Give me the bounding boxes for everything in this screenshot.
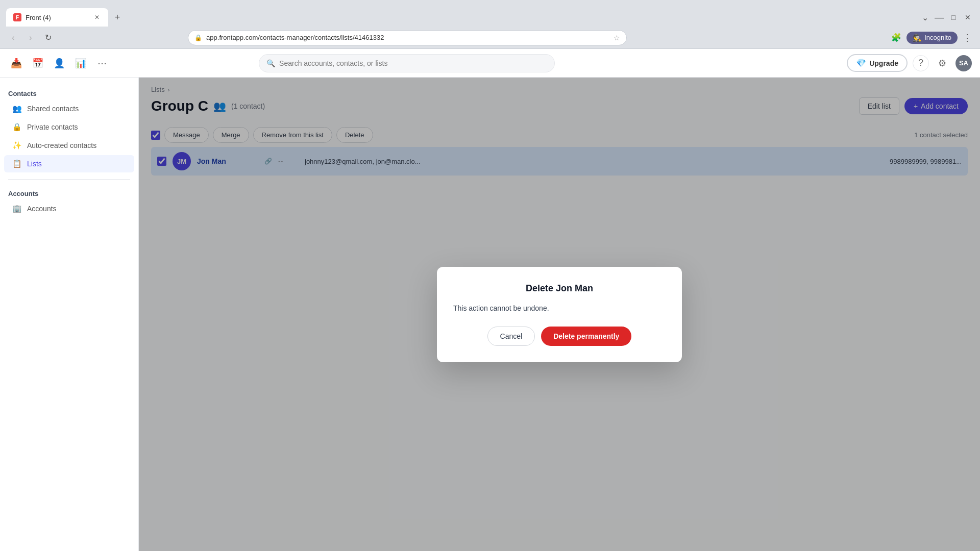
analytics-icon[interactable]: 📊 [72, 55, 89, 71]
inbox-icon[interactable]: 📥 [8, 55, 24, 71]
app-layout: 📥 📅 👤 📊 ⋯ 🔍 💎 Upgrade ? ⚙ SA Contacts [0, 49, 980, 551]
delete-permanently-button[interactable]: Delete permanently [541, 327, 631, 346]
body-row: Contacts 👥 Shared contacts 🔒 Private con… [0, 78, 980, 551]
more-apps-icon[interactable]: ⋯ [94, 55, 110, 71]
avatar-initials: SA [959, 59, 968, 67]
user-avatar[interactable]: SA [955, 55, 972, 71]
modal-title: Delete Jon Man [451, 283, 668, 294]
settings-icon[interactable]: ⚙ [934, 55, 950, 71]
accounts-label: Accounts [27, 205, 57, 213]
tab-favicon: F [13, 13, 21, 21]
lists-label: Lists [27, 160, 42, 168]
new-tab-button[interactable]: + [110, 10, 125, 24]
private-contacts-icon: 🔒 [12, 122, 22, 132]
search-input[interactable] [279, 59, 547, 67]
tab-list-icon[interactable]: ⌄ [919, 11, 931, 23]
cancel-button[interactable]: Cancel [487, 327, 535, 346]
extensions-icon[interactable]: 🧩 [889, 31, 903, 45]
tab-close-icon[interactable]: ✕ [93, 13, 101, 21]
accounts-section-title: Accounts [0, 186, 138, 199]
contacts-section-title: Contacts [0, 86, 138, 99]
auto-created-label: Auto-created contacts [27, 141, 96, 149]
modal-overlay: Delete Jon Man This action cannot be und… [139, 78, 980, 551]
sidebar: Contacts 👥 Shared contacts 🔒 Private con… [0, 78, 139, 551]
sidebar-item-lists[interactable]: 📋 Lists [4, 155, 134, 172]
sidebar-item-accounts[interactable]: 🏢 Accounts [4, 200, 134, 217]
browser-chrome: F Front (4) ✕ + ⌄ — □ ✕ [0, 0, 980, 27]
browser-menu-icon[interactable]: ⋮ [961, 30, 974, 45]
modal-body: This action cannot be undone. [451, 304, 668, 312]
help-icon[interactable]: ? [913, 55, 929, 71]
address-bar-url: app.frontapp.com/contacts-manager/contac… [206, 34, 609, 41]
address-bar-row: ‹ › ↻ 🔒 app.frontapp.com/contacts-manage… [0, 27, 980, 49]
auto-created-icon: ✨ [12, 141, 22, 150]
main-content: Lists › Group C 👥 (1 contact) Edit list … [139, 78, 980, 551]
contacts-icon[interactable]: 👤 [51, 55, 67, 71]
app-search[interactable]: 🔍 [259, 54, 555, 72]
incognito-hat-icon: 🕵 [913, 34, 921, 42]
app-topbar: 📥 📅 👤 📊 ⋯ 🔍 💎 Upgrade ? ⚙ SA [0, 49, 980, 78]
shared-contacts-label: Shared contacts [27, 105, 79, 113]
sidebar-divider [8, 179, 130, 180]
close-window-icon[interactable]: ✕ [962, 11, 974, 23]
modal-actions: Cancel Delete permanently [451, 327, 668, 346]
accounts-icon: 🏢 [12, 204, 22, 213]
maximize-icon[interactable]: □ [947, 11, 960, 23]
incognito-button[interactable]: 🕵 Incognito [906, 32, 958, 44]
gem-icon: 💎 [856, 58, 866, 68]
minimize-icon[interactable]: — [933, 11, 945, 23]
sidebar-item-auto-created[interactable]: ✨ Auto-created contacts [4, 137, 134, 154]
reload-button[interactable]: ↻ [41, 31, 55, 45]
delete-modal: Delete Jon Man This action cannot be und… [437, 267, 682, 362]
lock-icon: 🔒 [194, 34, 202, 41]
upgrade-label: Upgrade [869, 59, 898, 67]
lists-icon: 📋 [12, 159, 22, 168]
calendar-icon[interactable]: 📅 [30, 55, 46, 71]
upgrade-button[interactable]: 💎 Upgrade [847, 54, 908, 72]
browser-tab[interactable]: F Front (4) ✕ [6, 8, 108, 27]
incognito-label: Incognito [924, 34, 951, 41]
search-icon: 🔍 [266, 59, 275, 67]
address-bar[interactable]: 🔒 app.frontapp.com/contacts-manager/cont… [188, 30, 627, 45]
sidebar-item-shared-contacts[interactable]: 👥 Shared contacts [4, 100, 134, 117]
bookmark-icon[interactable]: ☆ [614, 34, 620, 42]
forward-button[interactable]: › [23, 31, 38, 45]
private-contacts-label: Private contacts [27, 123, 78, 131]
sidebar-item-private-contacts[interactable]: 🔒 Private contacts [4, 118, 134, 136]
tab-title: Front (4) [26, 14, 89, 21]
shared-contacts-icon: 👥 [12, 104, 22, 113]
back-button[interactable]: ‹ [6, 31, 20, 45]
